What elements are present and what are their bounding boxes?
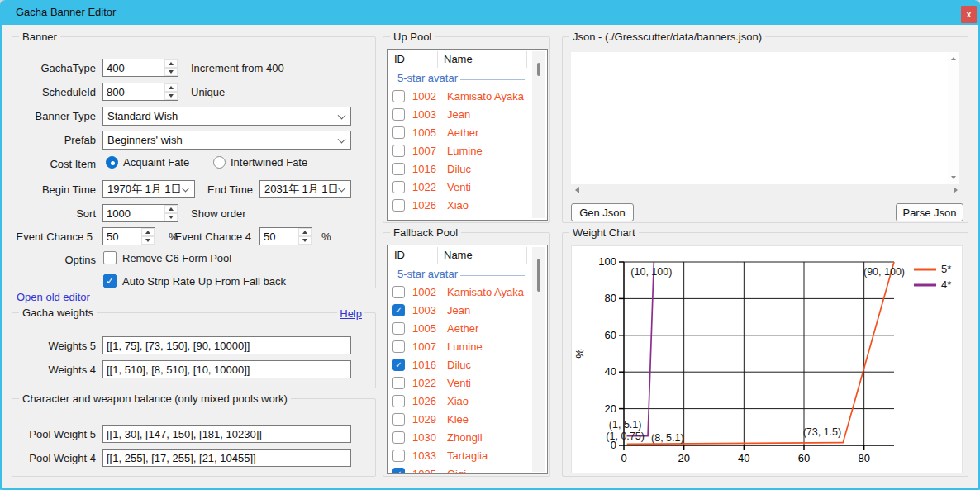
checkbox-unchecked-icon[interactable] [392, 413, 405, 426]
column-header-id[interactable]: ID [394, 249, 405, 261]
pool-item-row[interactable]: ✓1035Qiqi [388, 465, 531, 474]
parse-json-button[interactable]: Parse Json [896, 203, 963, 221]
column-divider[interactable] [437, 51, 438, 68]
up-pool-list[interactable]: ID Name 5-star avatar1002Kamisato Ayaka1… [387, 49, 548, 221]
checkbox-unchecked-icon[interactable] [392, 181, 405, 193]
checkbox-unchecked-icon[interactable] [392, 286, 405, 298]
pool-item-row[interactable]: 1002Kamisato Ayaka [388, 88, 531, 106]
scheduleid-spinner[interactable] [102, 83, 178, 101]
pool-item-row[interactable]: 1033Tartaglia [388, 447, 531, 465]
column-divider[interactable] [526, 51, 527, 68]
pool-weight-4-input[interactable] [102, 449, 351, 467]
pool-item-row[interactable]: 1030Zhongli [388, 429, 531, 447]
event-chance-4-spinner[interactable] [259, 227, 312, 245]
pool-item-row[interactable]: ✓1003Jean [388, 302, 531, 320]
pool-item-row[interactable]: ✓1016Diluc [388, 356, 531, 374]
checkbox-unchecked-icon[interactable] [392, 395, 405, 407]
checkbox-unchecked-icon[interactable] [392, 163, 405, 175]
scroll-up-icon[interactable] [948, 54, 959, 64]
scrollbar-thumb[interactable] [537, 63, 540, 76]
sort-input[interactable] [103, 205, 164, 221]
column-header-name[interactable]: Name [444, 249, 473, 261]
radio-selected-icon[interactable] [106, 156, 118, 169]
spin-up-icon[interactable] [164, 205, 178, 213]
gen-json-button[interactable]: Gen Json [571, 203, 634, 221]
column-header-name[interactable]: Name [444, 53, 473, 65]
checkbox-checked-icon[interactable] [103, 274, 117, 288]
pool-item-row[interactable]: 1022Venti [388, 374, 531, 392]
checkbox-unchecked-icon[interactable] [392, 126, 405, 139]
radio-unselected-icon[interactable] [213, 156, 226, 169]
help-link[interactable]: Help [337, 307, 364, 320]
spin-down-icon[interactable] [164, 213, 178, 221]
checkbox-unchecked-icon[interactable] [392, 322, 405, 335]
up-pool-scrollbar[interactable] [532, 51, 545, 218]
open-old-editor-link[interactable]: Open old editor [17, 291, 90, 303]
spin-up-icon[interactable] [164, 59, 178, 68]
sort-spinner[interactable] [102, 204, 178, 222]
pool-item-row[interactable]: 1007Lumine [388, 338, 531, 356]
checkbox-unchecked-icon[interactable] [392, 199, 405, 212]
spin-down-icon[interactable] [141, 236, 155, 245]
checkbox-checked-icon[interactable]: ✓ [392, 304, 405, 316]
pool-item-row[interactable]: 1026Xiao [388, 392, 531, 411]
radio-acquaint-fate[interactable]: Acquaint Fate [106, 156, 189, 169]
spin-down-icon[interactable] [164, 68, 178, 76]
pool-item-row[interactable]: 1022Venti [388, 178, 531, 197]
radio-intertwined-fate[interactable]: Intertwined Fate [213, 156, 307, 169]
pool-item-row[interactable]: 1005Aether [388, 124, 531, 142]
scroll-right-icon[interactable] [949, 185, 961, 195]
checkbox-unchecked-icon[interactable] [392, 90, 405, 102]
spin-up-icon[interactable] [298, 228, 312, 236]
scroll-down-icon[interactable] [948, 173, 959, 183]
scrollbar-thumb[interactable] [537, 259, 540, 292]
column-divider[interactable] [526, 247, 527, 264]
weights-5-input[interactable] [102, 336, 351, 354]
remove-c6-checkbox[interactable]: Remove C6 Form Pool [103, 251, 231, 264]
json-horizontal-scrollbar[interactable] [571, 185, 961, 195]
checkbox-checked-icon[interactable]: ✓ [392, 468, 405, 474]
event-chance-4-input[interactable] [260, 228, 297, 245]
column-header-id[interactable]: ID [394, 53, 405, 65]
event-chance-5-input[interactable] [103, 228, 140, 245]
gachatype-spinner[interactable] [102, 59, 178, 77]
checkbox-unchecked-icon[interactable] [392, 340, 405, 353]
json-vertical-scrollbar[interactable] [948, 52, 959, 184]
pool-item-row[interactable]: 1002Kamisato Ayaka [388, 283, 531, 302]
pool-item-row[interactable]: 1029Klee [388, 411, 531, 429]
checkbox-unchecked-icon[interactable] [392, 377, 405, 389]
checkbox-unchecked-icon[interactable] [103, 251, 117, 264]
checkbox-unchecked-icon[interactable] [392, 450, 405, 462]
fallback-pool-list[interactable]: ID Name 5-star avatar1002Kamisato Ayaka✓… [387, 245, 548, 474]
title-bar[interactable]: Gacha Banner Editor x [0, 0, 980, 25]
weights-4-input[interactable] [102, 360, 351, 378]
up-pool-header[interactable]: ID Name [388, 50, 547, 69]
pool-item-row[interactable]: 1003Jean [388, 106, 531, 124]
spin-up-icon[interactable] [164, 83, 178, 92]
spin-down-icon[interactable] [298, 236, 312, 245]
column-divider[interactable] [437, 247, 438, 264]
checkbox-unchecked-icon[interactable] [392, 108, 405, 121]
checkbox-unchecked-icon[interactable] [392, 145, 405, 157]
checkbox-unchecked-icon[interactable] [392, 431, 405, 444]
scroll-left-icon[interactable] [571, 185, 583, 195]
scheduleid-input[interactable] [103, 83, 164, 100]
pool-item-row[interactable]: 1016Diluc [388, 160, 531, 178]
close-button[interactable]: x [961, 6, 977, 23]
pool-item-row[interactable]: 1005Aether [388, 320, 531, 338]
fallback-pool-header[interactable]: ID Name [388, 245, 547, 265]
pool-item-row[interactable]: 1026Xiao [388, 197, 531, 215]
begin-time-datepicker[interactable]: 1970年 1月 1日 [102, 180, 195, 198]
spin-up-icon[interactable] [141, 228, 155, 236]
checkbox-checked-icon[interactable]: ✓ [392, 359, 405, 371]
gachatype-input[interactable] [103, 59, 164, 76]
event-chance-5-spinner[interactable] [102, 227, 155, 245]
auto-strip-checkbox[interactable]: Auto Strip Rate Up From Fall back [103, 274, 286, 288]
prefab-combobox[interactable]: Beginners' wish [102, 131, 351, 150]
pool-weight-5-input[interactable] [102, 425, 351, 443]
fallback-pool-scrollbar[interactable] [532, 247, 545, 472]
banner-type-combobox[interactable]: Standard Wish [102, 107, 351, 126]
pool-item-row[interactable]: 1007Lumine [388, 142, 531, 160]
spin-down-icon[interactable] [164, 92, 178, 100]
end-time-datepicker[interactable]: 2031年 1月 1日 [259, 180, 351, 198]
